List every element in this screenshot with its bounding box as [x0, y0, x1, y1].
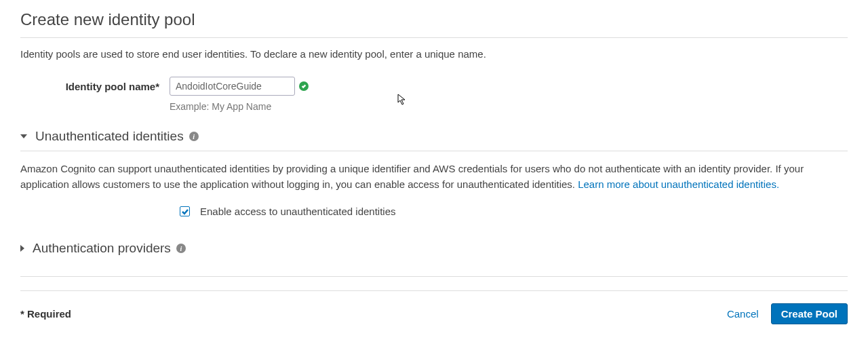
create-pool-button[interactable]: Create Pool: [771, 303, 848, 324]
unauthenticated-section-body: Amazon Cognito can support unauthenticat…: [20, 161, 848, 192]
enable-unauth-checkbox[interactable]: [180, 206, 190, 216]
page-title: Create new identity pool: [20, 10, 848, 38]
page-description: Identity pools are used to store end use…: [20, 48, 848, 60]
identity-pool-name-label: Identity pool name*: [20, 77, 170, 92]
identity-pool-name-row: Identity pool name* Example: My App Name: [20, 77, 848, 112]
chevron-down-icon: [20, 134, 27, 138]
enable-unauth-checkbox-row: Enable access to unauthenticated identit…: [180, 206, 848, 217]
required-note: * Required: [20, 308, 71, 320]
unauthenticated-section-header[interactable]: Unauthenticated identities i: [20, 129, 848, 151]
identity-pool-name-input[interactable]: [170, 77, 295, 96]
info-icon[interactable]: i: [176, 244, 186, 253]
unauthenticated-section-title: Unauthenticated identities: [35, 129, 184, 144]
footer: * Required Cancel Create Pool: [20, 290, 848, 324]
auth-providers-section-header[interactable]: Authentication providers i: [20, 241, 848, 256]
learn-more-link[interactable]: Learn more about unauthenticated identit…: [578, 178, 779, 190]
valid-check-icon: [299, 81, 309, 91]
cancel-button[interactable]: Cancel: [727, 308, 759, 320]
auth-providers-section-title: Authentication providers: [33, 241, 171, 256]
enable-unauth-checkbox-label: Enable access to unauthenticated identit…: [200, 206, 396, 217]
pool-name-example: Example: My App Name: [170, 101, 309, 112]
info-icon[interactable]: i: [189, 132, 199, 141]
chevron-right-icon: [20, 245, 24, 252]
